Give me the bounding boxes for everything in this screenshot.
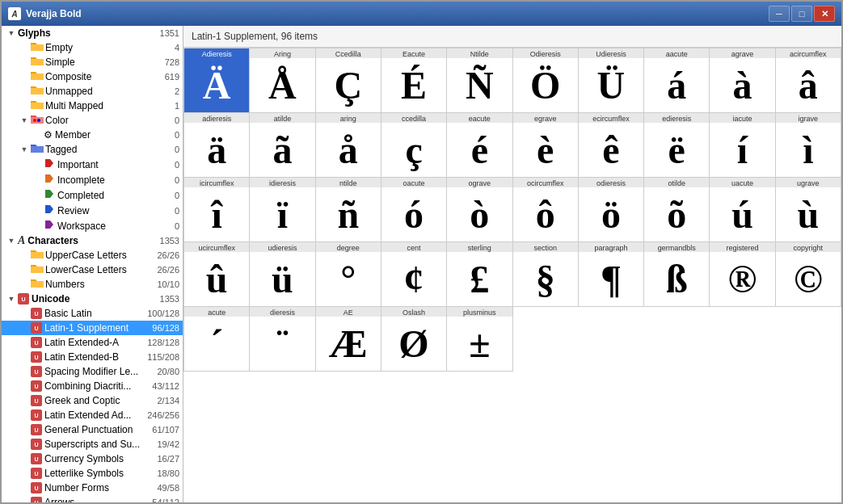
sidebar-item-member[interactable]: ⚙ Member 0 [2, 128, 183, 142]
glyph-cell[interactable]: iacute í [710, 113, 775, 178]
sidebar-item-letterlikesymbols[interactable]: U Letterlike Symbols 18/80 [2, 466, 183, 481]
glyph-name: acircumflex [776, 48, 841, 58]
glyph-cell[interactable]: aring å [316, 113, 381, 178]
sidebar-item-latinextendeda[interactable]: U Latin Extended-A 128/128 [2, 335, 183, 350]
sidebar-item-unicode[interactable]: ▼ U Unicode 1353 [2, 292, 183, 306]
glyph-cell[interactable]: idieresis ï [250, 178, 315, 242]
glyph-cell[interactable]: icircumflex î [184, 178, 250, 242]
glyph-cell[interactable]: section § [513, 242, 579, 307]
sidebar-item-spacingmodifier[interactable]: U Spacing Modifier Le... 20/80 [2, 364, 183, 379]
sidebar-item-characters[interactable]: ▼ A Characters 1353 [2, 233, 183, 248]
glyph-cell[interactable]: germandbls ß [644, 242, 710, 307]
folder-icon [31, 143, 44, 156]
glyph-cell[interactable]: ccedilla ç [381, 113, 447, 178]
sidebar-item-uppercase[interactable]: UpperCase Letters 26/26 [2, 248, 183, 262]
glyph-char: ó [403, 187, 425, 242]
glyph-cell[interactable]: Ntilde Ñ [447, 48, 512, 113]
expand-icon: ▼ [5, 234, 18, 247]
sidebar-item-empty[interactable]: Empty 4 [2, 40, 183, 55]
sidebar-item-review[interactable]: Review 0 [2, 203, 183, 218]
glyph-char: ï [276, 187, 289, 242]
glyph-cell[interactable]: cent ¢ [381, 242, 447, 307]
glyph-cell[interactable]: Eacute É [381, 48, 447, 113]
sidebar-item-multimapped[interactable]: Multi Mapped 1 [2, 99, 183, 113]
glyph-cell[interactable]: paragraph ¶ [579, 242, 644, 307]
glyph-char: á [665, 58, 688, 112]
sidebar-count: 2/134 [154, 396, 179, 405]
glyph-cell[interactable]: agrave à [710, 48, 775, 113]
glyph-grid-container[interactable]: Adieresis Ä Aring Å Ccedilla Ç Eacute É … [183, 48, 841, 502]
glyph-cell[interactable]: Oslash Ø [381, 307, 447, 372]
glyph-cell[interactable]: ugrave ù [776, 178, 841, 242]
glyph-cell[interactable]: sterling £ [447, 242, 512, 307]
glyph-char: ® [727, 252, 759, 306]
glyph-cell[interactable]: odieresis ö [579, 178, 644, 242]
sidebar-label: Characters [27, 235, 156, 246]
glyph-cell[interactable]: copyright © [776, 242, 841, 307]
sidebar-item-generalpunct[interactable]: U General Punctuation 61/107 [2, 422, 183, 437]
glyph-cell[interactable]: Odieresis Ö [513, 48, 579, 113]
sidebar-item-lowercase[interactable]: LowerCase Letters 26/26 [2, 262, 183, 277]
glyph-cell[interactable]: aacute á [644, 48, 710, 113]
sidebar-item-unmapped[interactable]: Unmapped 2 [2, 84, 183, 99]
glyph-cell[interactable]: uacute ú [710, 178, 775, 242]
minimize-button[interactable]: ─ [769, 6, 790, 22]
sidebar-item-simple[interactable]: Simple 728 [2, 55, 183, 69]
sidebar-item-basiclatin[interactable]: U Basic Latin 100/128 [2, 306, 183, 321]
glyph-cell[interactable]: eacute é [447, 113, 512, 178]
sidebar-item-workspace[interactable]: Workspace 0 [2, 218, 183, 233]
sidebar-item-latin1supplement[interactable]: U Latin-1 Supplement 96/128 [2, 321, 183, 335]
maximize-button[interactable]: □ [791, 6, 812, 22]
glyph-cell[interactable]: registered ® [710, 242, 775, 307]
glyph-cell[interactable]: acute ´ [184, 307, 250, 372]
glyph-cell[interactable]: igrave ì [776, 113, 841, 178]
sidebar-item-combiningdiacriti[interactable]: U Combining Diacriti... 43/112 [2, 379, 183, 393]
sidebar-count: 0 [171, 175, 179, 185]
expand-icon [18, 351, 31, 363]
sidebar-item-greekcoptic[interactable]: U Greek and Coptic 2/134 [2, 393, 183, 408]
sidebar-count: 0 [171, 206, 179, 216]
glyph-cell[interactable]: degree ° [316, 242, 381, 307]
glyph-cell[interactable]: otilde õ [644, 178, 710, 242]
glyph-cell[interactable]: acircumflex â [776, 48, 841, 113]
sidebar-label: Multi Mapped [45, 100, 171, 111]
sidebar-item-numberforms[interactable]: U Number Forms 49/58 [2, 481, 183, 495]
sidebar-item-superscripts[interactable]: U Superscripts and Su... 19/42 [2, 437, 183, 452]
sidebar-item-important[interactable]: Important 0 [2, 157, 183, 172]
sidebar-item-incomplete[interactable]: Incomplete 0 [2, 172, 183, 187]
glyph-cell[interactable]: ucircumflex û [184, 242, 250, 307]
glyph-name: ocircumflex [513, 178, 578, 187]
glyph-char: ± [467, 317, 491, 371]
glyph-cell[interactable]: ecircumflex ê [579, 113, 644, 178]
glyph-cell[interactable]: AE Æ [316, 307, 381, 372]
glyph-cell[interactable]: udieresis ü [250, 242, 315, 307]
glyph-cell[interactable]: plusminus ± [447, 307, 512, 372]
sidebar-item-glyphs[interactable]: ▼ Glyphs 1351 [2, 26, 183, 40]
expand-icon [18, 278, 31, 291]
glyph-cell[interactable]: adieresis ä [184, 113, 250, 178]
glyph-cell[interactable]: Aring Å [250, 48, 315, 113]
sidebar-item-currencysymbols[interactable]: U Currency Symbols 16/27 [2, 452, 183, 466]
folder-icon [31, 249, 44, 262]
glyph-cell[interactable]: ocircumflex ô [513, 178, 579, 242]
sidebar-item-latinextendedb[interactable]: U Latin Extended-B 115/208 [2, 350, 183, 364]
glyph-cell[interactable]: ograve ò [447, 178, 512, 242]
glyph-cell[interactable]: egrave è [513, 113, 579, 178]
sidebar-item-composite[interactable]: Composite 619 [2, 69, 183, 84]
glyph-cell[interactable]: Udieresis Ü [579, 48, 644, 113]
glyph-cell[interactable]: Adieresis Ä [184, 48, 250, 113]
expand-icon [18, 452, 31, 465]
glyph-cell[interactable]: dieresis ¨ [250, 307, 315, 372]
close-button[interactable]: ✕ [814, 6, 835, 22]
sidebar-item-tagged[interactable]: ▼ Tagged 0 [2, 142, 183, 157]
sidebar-item-numbers[interactable]: Numbers 10/10 [2, 277, 183, 292]
sidebar-item-completed[interactable]: Completed 0 [2, 187, 183, 203]
sidebar-item-latinextendedadd[interactable]: U Latin Extended Ad... 246/256 [2, 408, 183, 422]
glyph-cell[interactable]: ntilde ñ [316, 178, 381, 242]
glyph-cell[interactable]: oacute ó [381, 178, 447, 242]
glyph-cell[interactable]: Ccedilla Ç [316, 48, 381, 113]
sidebar-item-arrows[interactable]: U Arrows 54/112 [2, 495, 183, 502]
glyph-cell[interactable]: edieresis ë [644, 113, 710, 178]
sidebar-item-color[interactable]: ▼ Color 0 [2, 113, 183, 128]
glyph-cell[interactable]: atilde ã [250, 113, 315, 178]
